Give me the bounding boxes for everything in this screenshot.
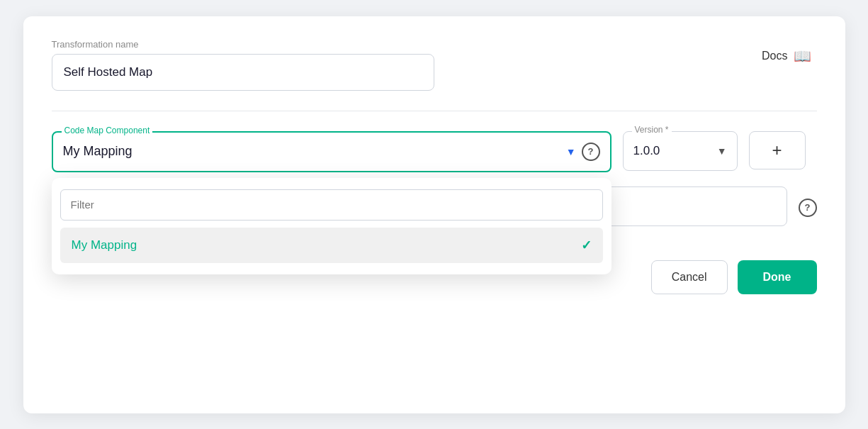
- add-version-button[interactable]: +: [749, 131, 806, 169]
- code-map-selected-value: My Mapping: [63, 144, 560, 159]
- transformation-name-label: Transformation name: [52, 39, 434, 50]
- code-map-legend: Code Map Component: [62, 126, 153, 135]
- filter-input[interactable]: [60, 189, 603, 221]
- docs-icon: 📖: [794, 48, 811, 65]
- version-field: Version * 1.0.0 ▼: [623, 131, 738, 171]
- version-arrow-icon: ▼: [717, 145, 727, 157]
- transformation-name-input[interactable]: [52, 54, 434, 91]
- top-section: Transformation name Docs 📖: [52, 39, 817, 91]
- modal-container: Transformation name Docs 📖 Code Map Comp…: [23, 16, 845, 413]
- version-legend: Version *: [632, 125, 672, 135]
- docs-label: Docs: [762, 50, 787, 62]
- version-value: 1.0.0: [633, 144, 711, 158]
- version-fieldset: Version * 1.0.0 ▼: [623, 131, 738, 171]
- code-map-field: Code Map Component My Mapping ▼ ? My Map…: [52, 131, 611, 172]
- done-button[interactable]: Done: [738, 260, 817, 294]
- code-map-dropdown-row[interactable]: My Mapping ▼ ?: [53, 133, 610, 171]
- cancel-button[interactable]: Cancel: [651, 260, 728, 294]
- section-divider: [52, 111, 817, 111]
- url-help-icon[interactable]: ?: [799, 199, 817, 217]
- code-map-fieldset: Code Map Component My Mapping ▼ ?: [52, 131, 611, 172]
- checkmark-icon: ✓: [581, 238, 592, 253]
- form-row: Code Map Component My Mapping ▼ ? My Map…: [52, 131, 817, 172]
- code-map-help-icon[interactable]: ?: [582, 143, 600, 161]
- dropdown-option-my-mapping[interactable]: My Mapping ✓: [60, 228, 603, 263]
- dropdown-arrow-icon: ▼: [566, 146, 576, 157]
- docs-button[interactable]: Docs 📖: [756, 45, 816, 67]
- plus-icon: +: [772, 140, 782, 160]
- transformation-name-group: Transformation name: [52, 39, 434, 91]
- dropdown-panel: My Mapping ✓: [52, 178, 611, 274]
- version-select-row[interactable]: 1.0.0 ▼: [624, 132, 737, 170]
- dropdown-option-label: My Mapping: [72, 238, 137, 252]
